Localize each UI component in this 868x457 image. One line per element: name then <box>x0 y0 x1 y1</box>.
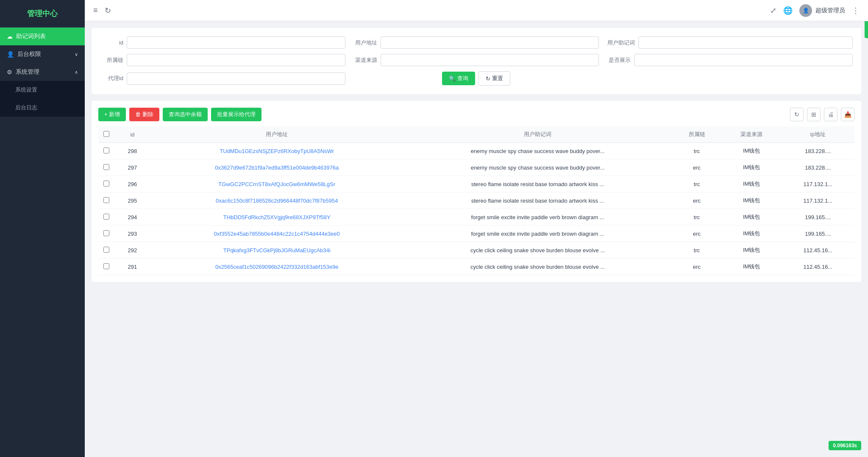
print-icon: 🖨 <box>828 111 834 118</box>
sidebar-item-mnemonic-list[interactable]: ☁ 助记词列表 <box>0 28 85 45</box>
cell-address[interactable]: 0x3627d9e672b1f9a7ed9a3ff51e004de9b46397… <box>150 159 403 176</box>
data-table: id 用户地址 用户助记词 所属链 渠道来源 ip地址 298 TUdMDu1G… <box>98 126 854 275</box>
filter-channel-label: 渠道来源 <box>354 56 377 64</box>
cell-chain: trc <box>672 242 722 259</box>
filter-card: id 用户地址 用户助记词 所属链 渠道来源 <box>92 28 861 94</box>
filter-channel-input[interactable] <box>381 54 599 66</box>
cell-mnemonic: cycle click ceiling snake shove burden b… <box>403 242 672 259</box>
reset-button[interactable]: ↻ 重置 <box>479 71 510 86</box>
row-checkbox[interactable] <box>103 230 109 236</box>
filter-address-input[interactable] <box>381 36 599 49</box>
cell-channel: IM钱包 <box>722 176 782 192</box>
user-info: 👤 超级管理员 <box>799 4 845 17</box>
row-checkbox[interactable] <box>103 148 109 153</box>
cell-address[interactable]: 0xac6c150c8f7186528c2d966448f70dc7f87b59… <box>150 192 403 209</box>
col-header-id: id <box>114 126 150 143</box>
cell-chain: trc <box>672 176 722 192</box>
cell-channel: IM钱包 <box>722 242 782 259</box>
chevron-down-icon: ∨ <box>75 52 78 57</box>
table-refresh-button[interactable]: ↻ <box>790 108 804 121</box>
row-checkbox[interactable] <box>103 263 109 269</box>
col-header-chain: 所属链 <box>672 126 722 143</box>
cell-address[interactable]: 0xf3552e45ab7855b0e4484c22c1c4754d444e3e… <box>150 226 403 242</box>
row-checkbox[interactable] <box>103 214 109 220</box>
cell-id: 296 <box>114 176 150 192</box>
username: 超级管理员 <box>815 7 845 14</box>
row-checkbox-cell <box>98 259 114 275</box>
row-checkbox-cell <box>98 143 114 159</box>
sidebar-item-system-settings[interactable]: 系统设置 <box>0 81 85 99</box>
fullscreen-icon[interactable]: ⤢ <box>770 6 776 15</box>
query-balance-button[interactable]: 查询选中余额 <box>163 108 208 121</box>
cell-address[interactable]: TUdMDu1GEzsNSjZEPz6RXobyTpU8A5NsWr <box>150 143 403 159</box>
sidebar-item-backend-permissions[interactable]: 👤 后台权限 ∨ <box>0 45 85 63</box>
row-checkbox[interactable] <box>103 247 109 253</box>
sidebar-item-system-management[interactable]: ⚙ 系统管理 ∧ <box>0 63 85 81</box>
table-print-button[interactable]: 🖨 <box>824 108 837 121</box>
filter-grid: id 用户地址 用户助记词 所属链 渠道来源 <box>100 36 853 86</box>
main-area: ≡ ↻ ⤢ 🌐 👤 超级管理员 ⋮ id 用户地址 <box>85 0 868 457</box>
filter-display-input[interactable] <box>634 54 853 66</box>
filter-agent-row: 代理id <box>100 72 345 85</box>
delete-button[interactable]: 🗑 删除 <box>129 108 159 121</box>
globe-icon[interactable]: 🌐 <box>783 6 793 15</box>
table-card: + 新增 🗑 删除 查询选中余额 批量展示给代理 ↻ ⊞ 🖨 <box>92 101 861 282</box>
filter-chain-row: 所属链 <box>100 54 345 66</box>
cell-mnemonic: enemy muscle spy chase success wave budd… <box>403 143 672 159</box>
table-export-button[interactable]: 📥 <box>841 108 854 121</box>
sidebar-item-label: 助记词列表 <box>16 33 46 40</box>
cell-address[interactable]: 0x2565ceaf1c50269096b2422f332d163abf153e… <box>150 259 403 275</box>
table-row: 296 TGwGC2PCCrnST8xAfQJocGw6mMWe58LgSr s… <box>98 176 854 192</box>
row-checkbox[interactable] <box>103 197 109 203</box>
filter-mnemonic-input[interactable] <box>638 36 853 49</box>
search-button[interactable]: 🔍 查询 <box>442 72 475 85</box>
row-checkbox[interactable] <box>103 164 109 170</box>
cell-ip: 117.132.1... <box>782 192 854 209</box>
table-row: 292 TPqkafxg3FTvCGkPj8bJGRuMaEUgcAb34i c… <box>98 242 854 259</box>
menu-icon[interactable]: ≡ <box>93 6 98 15</box>
row-checkbox[interactable] <box>103 181 109 187</box>
table-row: 291 0x2565ceaf1c50269096b2422f332d163abf… <box>98 259 854 275</box>
filter-chain-input[interactable] <box>127 54 345 66</box>
cell-id: 298 <box>114 143 150 159</box>
mnemonic-icon: ☁ <box>7 33 13 40</box>
header-right: ⤢ 🌐 👤 超级管理员 ⋮ <box>770 4 860 17</box>
filter-id-row: id <box>100 36 345 49</box>
toolbar-right: ↻ ⊞ 🖨 📥 <box>790 108 854 121</box>
filter-chain-label: 所属链 <box>100 56 123 64</box>
table-toolbar: + 新增 🗑 删除 查询选中余额 批量展示给代理 ↻ ⊞ 🖨 <box>98 108 854 121</box>
more-icon[interactable]: ⋮ <box>852 6 860 15</box>
reset-icon: ↻ <box>486 75 490 82</box>
sidebar-item-label: 后台日志 <box>15 104 37 111</box>
cell-ip: 199.165.... <box>782 209 854 226</box>
cell-id: 297 <box>114 159 150 176</box>
sidebar-title: 管理中心 <box>0 0 85 28</box>
sidebar-item-label: 后台权限 <box>17 50 41 58</box>
cell-address[interactable]: TGwGC2PCCrnST8xAfQJocGw6mMWe58LgSr <box>150 176 403 192</box>
sidebar-item-label: 系统设置 <box>15 86 37 94</box>
header-checkbox-cell <box>98 126 114 143</box>
row-checkbox-cell <box>98 159 114 176</box>
filter-id-input[interactable] <box>127 36 345 49</box>
col-header-mnemonic: 用户助记词 <box>403 126 672 143</box>
cell-chain: erc <box>672 226 722 242</box>
table-grid-button[interactable]: ⊞ <box>807 108 821 121</box>
search-icon: 🔍 <box>449 75 456 82</box>
batch-display-button[interactable]: 批量展示给代理 <box>211 108 262 121</box>
sidebar-item-backend-log[interactable]: 后台日志 <box>0 99 85 117</box>
filter-address-label: 用户地址 <box>354 39 377 47</box>
cell-chain: erc <box>672 259 722 275</box>
col-header-channel: 渠道来源 <box>722 126 782 143</box>
filter-agent-input[interactable] <box>127 72 345 85</box>
select-all-checkbox[interactable] <box>103 131 109 137</box>
refresh-icon[interactable]: ↻ <box>105 6 111 15</box>
cell-ip: 112.45.16... <box>782 259 854 275</box>
add-button[interactable]: + 新增 <box>98 108 126 121</box>
col-header-address: 用户地址 <box>150 126 403 143</box>
cell-address[interactable]: TPqkafxg3FTvCGkPj8bJGRuMaEUgcAb34i <box>150 242 403 259</box>
row-checkbox-cell <box>98 176 114 192</box>
row-checkbox-cell <box>98 226 114 242</box>
cell-mnemonic: forget smile excite invite paddle verb b… <box>403 209 672 226</box>
row-checkbox-cell <box>98 209 114 226</box>
cell-address[interactable]: THbDD5FdRkchZ5XVgjq9re68XJXP9Tf58Y <box>150 209 403 226</box>
